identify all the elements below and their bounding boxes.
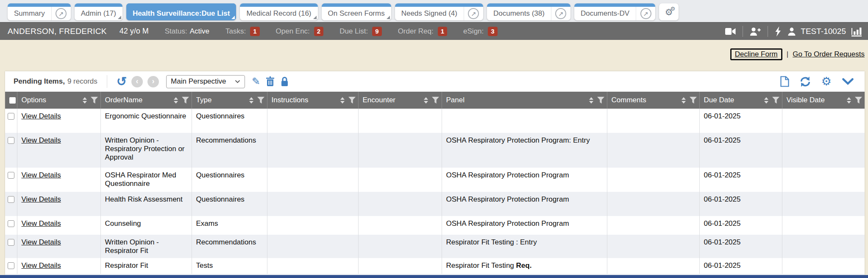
- edit-perspective-icon[interactable]: ✎: [252, 76, 260, 87]
- view-details-link[interactable]: View Details: [22, 261, 61, 270]
- sort-icon[interactable]: [589, 97, 593, 104]
- filter-icon[interactable]: [690, 97, 697, 104]
- column-header-comments[interactable]: Comments: [607, 92, 699, 109]
- cell-comments: [607, 216, 699, 235]
- row-checkbox[interactable]: [8, 172, 14, 179]
- sort-icon[interactable]: [174, 97, 178, 104]
- sort-icon[interactable]: [249, 97, 253, 104]
- column-header-encounter[interactable]: Encounter: [358, 92, 442, 109]
- row-checkbox[interactable]: [8, 113, 14, 120]
- sort-icon[interactable]: [764, 97, 768, 104]
- due-list-badge[interactable]: 9: [372, 27, 381, 36]
- column-header-options[interactable]: Options: [17, 92, 100, 109]
- cell-encounter: [358, 258, 442, 274]
- cell-due-date: 06-01-2025: [699, 109, 782, 133]
- new-document-icon[interactable]: [780, 76, 789, 87]
- row-checkbox[interactable]: [8, 220, 14, 227]
- tab-settings-button[interactable]: ⚙ ⚙: [659, 3, 679, 20]
- order-req-counter[interactable]: Order Req: 1: [398, 27, 447, 36]
- person-icon[interactable]: [787, 27, 796, 36]
- column-header-instructions[interactable]: Instructions: [267, 92, 358, 109]
- lightning-bolt-icon[interactable]: [774, 26, 782, 37]
- column-header-ordername[interactable]: OrderName: [100, 92, 192, 109]
- go-to-order-requests-link[interactable]: Go To Order Requests: [793, 50, 865, 59]
- perspective-select[interactable]: Main Perspective: [166, 75, 245, 88]
- view-details-link[interactable]: View Details: [22, 195, 61, 203]
- open-enc-badge[interactable]: 2: [314, 27, 323, 36]
- tab-documents[interactable]: Documents (38) ↗: [487, 3, 570, 20]
- row-checkbox[interactable]: [8, 196, 14, 203]
- cell-encounter: [358, 192, 442, 216]
- filter-icon[interactable]: [432, 97, 439, 104]
- delete-perspective-icon[interactable]: [266, 76, 275, 87]
- cell-order-name: Health Risk Assessment: [100, 192, 192, 216]
- sort-icon[interactable]: [340, 97, 345, 104]
- order-req-badge[interactable]: 1: [438, 27, 447, 36]
- tab-medical-record[interactable]: Medical Record (16): [240, 3, 317, 20]
- perspective-selected-value: Main Perspective: [171, 77, 226, 86]
- column-header-type[interactable]: Type: [192, 92, 267, 109]
- collapse-chevron-icon[interactable]: [842, 78, 854, 85]
- patient-id: TEST-10025: [801, 27, 846, 36]
- esign-badge[interactable]: 3: [488, 27, 497, 36]
- filter-icon[interactable]: [182, 97, 189, 104]
- row-checkbox[interactable]: [8, 137, 14, 144]
- sort-icon[interactable]: [424, 97, 428, 104]
- next-perspective-button[interactable]: ›: [147, 76, 159, 87]
- tasks-counter[interactable]: Tasks: 1: [225, 27, 260, 36]
- due-list-counter[interactable]: Due List: 9: [339, 27, 381, 36]
- filter-icon[interactable]: [348, 97, 356, 104]
- cell-type: Questionnaires: [192, 109, 267, 133]
- decline-form-link[interactable]: Decline Form: [735, 50, 778, 58]
- sort-icon[interactable]: [847, 97, 851, 104]
- undo-icon[interactable]: ↺: [117, 76, 127, 87]
- view-details-link[interactable]: View Details: [22, 136, 61, 144]
- cell-options: View Details: [17, 235, 100, 258]
- refresh-icon[interactable]: [800, 76, 811, 87]
- grid-toolbar: Pending Items, 9 records ↺ ‹ › Main Pers…: [5, 71, 865, 92]
- select-all-checkbox[interactable]: [9, 97, 16, 104]
- row-checkbox[interactable]: [8, 262, 14, 269]
- row-checkbox[interactable]: [8, 239, 14, 246]
- bar-chart-icon[interactable]: [851, 26, 862, 37]
- tab-summary[interactable]: Summary ↗: [8, 3, 71, 20]
- add-person-icon[interactable]: [749, 26, 761, 37]
- open-in-new-window-button[interactable]: ↗: [636, 3, 655, 20]
- filter-icon[interactable]: [772, 97, 779, 104]
- filter-icon[interactable]: [257, 97, 264, 104]
- cell-instructions: [267, 258, 358, 274]
- tab-documents-dv[interactable]: Documents-DV ↗: [574, 3, 655, 20]
- lock-perspective-icon[interactable]: [280, 76, 289, 87]
- open-in-new-window-button[interactable]: ↗: [551, 3, 570, 20]
- column-header-panel[interactable]: Panel: [442, 92, 607, 109]
- grid-settings-icon[interactable]: ⚙: [821, 76, 832, 87]
- esign-counter[interactable]: eSign: 3: [463, 27, 498, 36]
- tab-on-screen-forms[interactable]: On Screen Forms: [322, 3, 391, 20]
- filter-icon[interactable]: [91, 97, 98, 104]
- column-label: Instructions: [272, 96, 340, 104]
- view-details-link[interactable]: View Details: [22, 171, 61, 179]
- view-details-link[interactable]: View Details: [22, 219, 61, 227]
- tab-needs-signed[interactable]: Needs Signed (4) ↗: [395, 3, 483, 20]
- bottom-scrollbar[interactable]: [0, 275, 868, 278]
- view-details-link[interactable]: View Details: [22, 238, 61, 246]
- sort-icon[interactable]: [682, 97, 686, 104]
- cell-order-name: Written Opinion - Respirator Fit: [100, 235, 192, 258]
- column-header-visible-date[interactable]: Visible Date: [782, 92, 865, 109]
- view-details-link[interactable]: View Details: [22, 112, 61, 120]
- video-camera-icon[interactable]: [725, 27, 736, 36]
- column-header-due-date[interactable]: Due Date: [699, 92, 782, 109]
- cell-type: Tests: [192, 258, 267, 274]
- open-in-new-window-button[interactable]: ↗: [51, 3, 71, 20]
- tasks-badge[interactable]: 1: [250, 27, 259, 36]
- cell-options: View Details: [17, 258, 100, 274]
- previous-perspective-button[interactable]: ‹: [131, 76, 143, 87]
- filter-icon[interactable]: [855, 97, 862, 104]
- table-row: View Details Written Opinion - Respirato…: [5, 133, 865, 168]
- tab-health-surveillance-due-list[interactable]: Health Surveillance:Due List: [126, 3, 236, 20]
- tab-admin[interactable]: Admin (17): [75, 3, 122, 20]
- open-enc-counter[interactable]: Open Enc: 2: [276, 27, 324, 36]
- filter-icon[interactable]: [597, 97, 604, 104]
- open-in-new-window-button[interactable]: ↗: [464, 3, 483, 20]
- sort-icon[interactable]: [83, 97, 87, 104]
